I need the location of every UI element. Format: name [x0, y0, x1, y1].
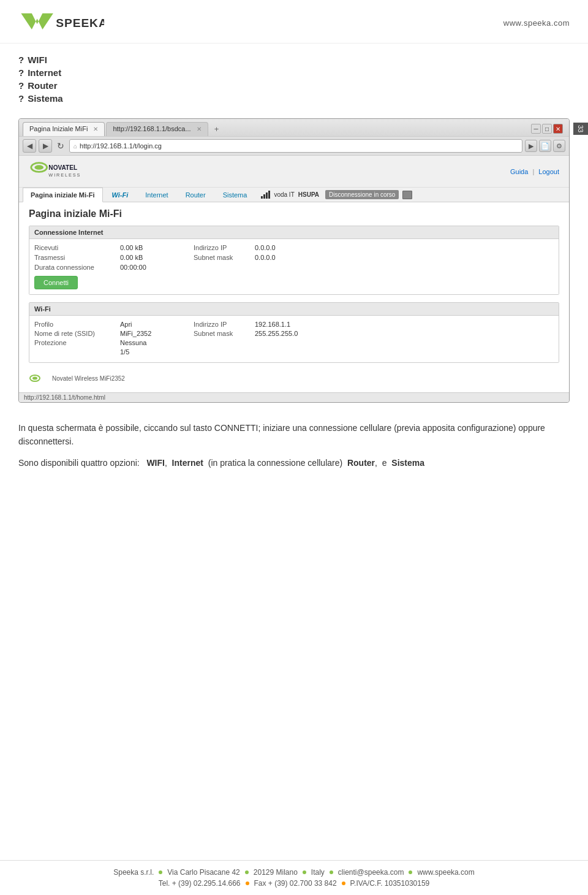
subnet-label: Subnet mask	[194, 254, 255, 261]
subnet-value: 0.0.0.0	[255, 254, 276, 261]
mifi-page-header: NOVATEL WIRELESS Guida | Logout	[19, 156, 569, 188]
refresh-button[interactable]: ↻	[55, 140, 67, 152]
durata-label: Durata connessione	[34, 264, 120, 271]
network-type: HSUPA	[298, 191, 319, 198]
mifi-tab-sistema[interactable]: Sistema	[215, 188, 255, 202]
footer-address: Via Carlo Pisacane 42	[167, 868, 240, 877]
svg-marker-0	[21, 13, 53, 29]
connessione-section-header: Connessione Internet	[29, 226, 559, 239]
footer-dot-4	[330, 870, 333, 874]
forward-button[interactable]: ▶	[39, 139, 52, 153]
protezione-label: Protezione	[34, 339, 120, 346]
back-button[interactable]: ◀	[23, 139, 36, 153]
new-tab-button[interactable]: +	[209, 122, 224, 136]
options-paragraph: Sono disponibili quattro opzioni: WIFI, …	[18, 456, 570, 470]
browser-tabs: Pagina Iniziale MiFi ✕ http://192.168.1.…	[23, 122, 224, 136]
mifi-page-footer: Novatel Wireless MiFi2352	[29, 370, 559, 386]
option-e: e	[382, 458, 387, 468]
wifi-section-body: Profilo Apri Indirizzo IP 192.168.1.1 No…	[29, 316, 559, 362]
svg-text:WIRELESS: WIRELESS	[48, 172, 81, 178]
wifi-section-header: Wi-Fi	[29, 303, 559, 316]
mifi-tab-router[interactable]: Router	[178, 188, 214, 202]
toggle-switch[interactable]	[402, 191, 412, 199]
mifi-tab-wifi[interactable]: Wi-Fi	[104, 188, 137, 202]
trasmessi-row: Trasmessi 0.00 kB Subnet mask 0.0.0.0	[34, 254, 554, 261]
browser-tab-active[interactable]: Pagina Iniziale MiFi ✕	[23, 122, 105, 136]
footer-website: www.speeka.com	[417, 868, 474, 877]
maximize-button[interactable]: □	[542, 124, 552, 134]
window-controls: ─ □ ✕	[531, 124, 565, 136]
trasmessi-label: Trasmessi	[34, 254, 120, 261]
ip-value: 0.0.0.0	[255, 244, 276, 251]
connessione-internet-section: Connessione Internet Ricevuti 0.00 kB In…	[29, 226, 559, 295]
wifi-ip-label: Indirizzo IP	[194, 321, 255, 328]
option-router: Router	[347, 458, 375, 468]
browser-statusbar: http://192.168.1.1/t/home.html	[19, 392, 569, 402]
address-bar[interactable]: ⌂ http://192.16B.1.1/t/login.cg	[69, 139, 522, 153]
ricevuti-value: 0.00 kB	[120, 244, 181, 251]
nav-item-wifi[interactable]: ? WIFI	[18, 55, 570, 65]
connetti-button[interactable]: Connetti	[34, 276, 78, 289]
page-header: SPEEKA www.speeka.com	[0, 0, 588, 44]
footer-dot-1	[159, 870, 162, 874]
disconnect-button[interactable]: Disconnessione in corso	[325, 190, 399, 199]
footer-email: clienti@speeka.com	[338, 868, 404, 877]
browser-content: NOVATEL WIRELESS Guida | Logout Pagina i…	[19, 155, 569, 392]
bookmark-button[interactable]: ▶	[525, 140, 537, 152]
tab-label: Pagina Iniziale MiFi	[29, 125, 88, 132]
mifi-page: NOVATEL WIRELESS Guida | Logout Pagina i…	[19, 156, 569, 392]
option-wifi: WIFI	[146, 458, 165, 468]
tab-close-icon[interactable]: ✕	[197, 126, 202, 132]
tab-label: http://192.168.1.1/bsdca...	[113, 125, 190, 132]
trasmessi-value: 0.00 kB	[120, 254, 181, 261]
ricevuti-row: Ricevuti 0.00 kB Indirizzo IP 0.0.0.0	[34, 244, 554, 251]
footer-dot-3	[303, 870, 306, 874]
address-text: http://192.16B.1.1/t/login.cg	[80, 142, 162, 150]
close-button[interactable]: ✕	[553, 124, 563, 134]
protezione-value: Nessuna	[120, 339, 181, 346]
footer-country: Italy	[311, 868, 325, 877]
count-value: 1/5	[120, 348, 181, 356]
svg-text:SPEEKA: SPEEKA	[56, 17, 104, 29]
nav-item-router[interactable]: ? Router	[18, 80, 570, 91]
mifi-page-title: Pagina iniziale Mi-Fi	[29, 208, 559, 219]
tools-button[interactable]: ⚙	[553, 140, 565, 152]
mifi-tab-internet[interactable]: Internet	[137, 188, 176, 202]
footer-tel: Tel. + (39) 02.295.14.666	[159, 879, 241, 888]
footer-fax: Fax + (39) 02.700 33 842	[254, 879, 337, 888]
browser-toolbar: ◀ ▶ ↻ ⌂ http://192.16B.1.1/t/login.cg ▶ …	[19, 136, 569, 155]
option-internet: Internet	[172, 458, 203, 468]
company-name: Speeka s.r.l.	[113, 868, 154, 877]
browser-chrome: Pagina Iniziale MiFi ✕ http://192.168.1.…	[19, 119, 569, 136]
page-button[interactable]: 📄	[539, 140, 551, 152]
nav-item-internet[interactable]: ? Internet	[18, 67, 570, 78]
wifi-subnet-value: 255.255.255.0	[255, 330, 298, 337]
nav-menu: ? WIFI ? Internet ? Router ? Sistema	[0, 44, 588, 112]
novatel-small-logo	[29, 373, 47, 384]
description-text: In questa schermata è possibile, ciccand…	[18, 423, 545, 446]
ssid-row: Nome di rete (SSID) MiFi_2352 Subnet mas…	[34, 330, 554, 337]
question-mark-icon: ?	[18, 93, 24, 104]
profilo-value: Apri	[120, 321, 181, 328]
page-number-badge: 33	[573, 123, 588, 135]
mifi-tab-home[interactable]: Pagina iniziale Mi-Fi	[23, 188, 103, 202]
logout-link[interactable]: Logout	[538, 168, 559, 175]
logo-area: SPEEKA	[18, 7, 104, 38]
description-paragraph: In questa schermata è possibile, ciccand…	[18, 421, 570, 449]
ssid-label: Nome di rete (SSID)	[34, 330, 120, 337]
mifi-nav-bar: Pagina iniziale Mi-Fi Wi-Fi Internet Rou…	[19, 188, 569, 202]
footer-dot-7	[342, 882, 345, 885]
minimize-button[interactable]: ─	[531, 124, 541, 134]
profilo-label: Profilo	[34, 321, 120, 328]
main-content: In questa schermata è possibile, ciccand…	[0, 415, 588, 482]
option-sistema: Sistema	[391, 458, 424, 468]
browser-tab-inactive[interactable]: http://192.168.1.1/bsdca... ✕	[106, 122, 208, 136]
tab-close-icon[interactable]: ✕	[93, 126, 98, 132]
ricevuti-label: Ricevuti	[34, 244, 120, 251]
nav-item-sistema[interactable]: ? Sistema	[18, 93, 570, 104]
guida-link[interactable]: Guida	[510, 168, 528, 175]
browser-action-buttons: ▶ 📄 ⚙	[525, 140, 565, 152]
option-note: (in pratica la connessione cellulare)	[208, 458, 342, 468]
footer-dot-2	[245, 870, 249, 874]
page-footer: Speeka s.r.l. Via Carlo Pisacane 42 2012…	[0, 860, 588, 895]
